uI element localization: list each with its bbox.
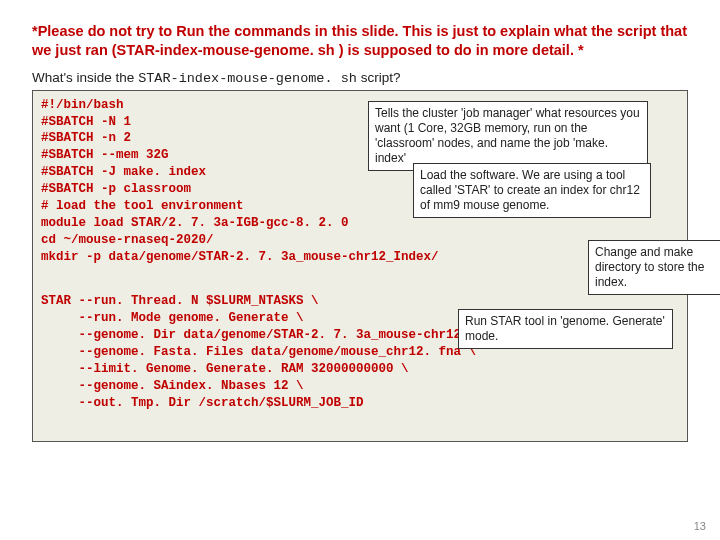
code-line: cd ~/mouse-rnaseq-2020/ [41, 232, 679, 249]
code-line: --out. Tmp. Dir /scratch/$SLURM_JOB_ID [41, 395, 679, 412]
question-filename: STAR-index-mouse-genome. sh [138, 71, 357, 86]
question-post: script? [357, 70, 401, 85]
annotation-resources: Tells the cluster 'job manager' what res… [368, 101, 648, 171]
spacer [41, 279, 679, 293]
question-line: What's inside the STAR-index-mouse-genom… [32, 70, 688, 86]
code-line: mkdir -p data/genome/STAR-2. 7. 3a_mouse… [41, 249, 679, 266]
warning-text: *Please do not try to Run the commands i… [32, 22, 688, 60]
slide: *Please do not try to Run the commands i… [0, 0, 720, 540]
code-line: --limit. Genome. Generate. RAM 320000000… [41, 361, 679, 378]
spacer [41, 265, 679, 279]
question-pre: What's inside the [32, 70, 138, 85]
code-box: #!/bin/bash #SBATCH -N 1 #SBATCH -n 2 #S… [32, 90, 688, 442]
annotation-load-software: Load the software. We are using a tool c… [413, 163, 651, 218]
page-number: 13 [694, 520, 706, 532]
annotation-run-star: Run STAR tool in 'genome. Generate' mode… [458, 309, 673, 349]
annotation-mkdir: Change and make directory to store the i… [588, 240, 720, 295]
code-line: --genome. SAindex. Nbases 12 \ [41, 378, 679, 395]
